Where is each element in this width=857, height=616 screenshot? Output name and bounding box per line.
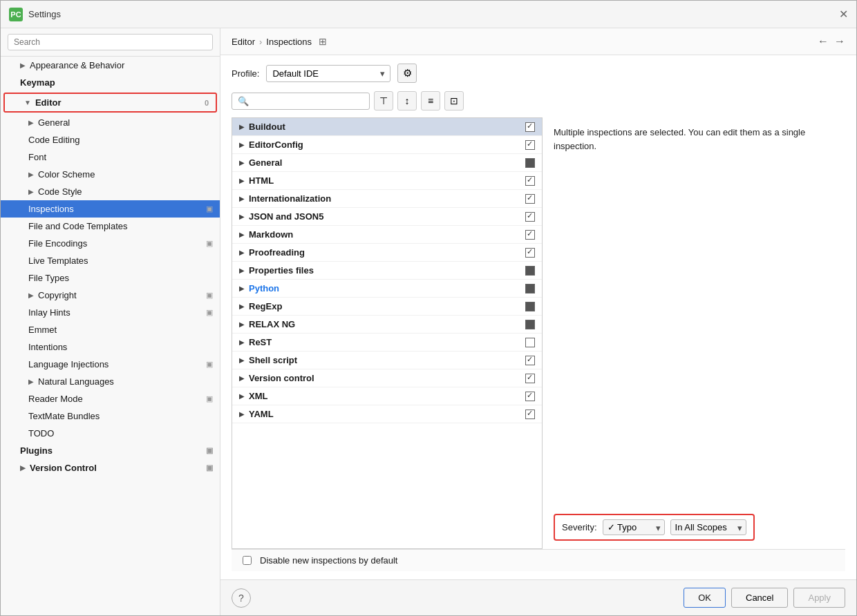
footer-buttons: OK Cancel Apply [684,588,845,608]
python-checkbox[interactable] [525,284,535,293]
chevron-right-icon: ▶ [239,123,245,131]
sidebar-item-file-encodings[interactable]: File Encodings ▣ [1,235,220,252]
sidebar-item-live-templates[interactable]: Live Templates [1,252,220,269]
disable-new-inspections-checkbox[interactable] [243,556,252,565]
inspection-row-buildout[interactable]: ▶ Buildout [232,118,542,136]
inspection-row-xml[interactable]: ▶ XML [232,387,542,405]
html-checkbox[interactable] [525,176,535,186]
forward-arrow[interactable]: → [834,35,845,48]
sidebar-item-natural-languages[interactable]: ▶ Natural Languages [1,373,220,390]
sidebar-item-label: Language Injections [28,359,203,369]
app-icon: PC [9,8,23,21]
help-button[interactable]: ? [232,588,251,608]
inspection-row-shell[interactable]: ▶ Shell script [232,352,542,369]
inspection-row-general[interactable]: ▶ General [232,154,542,172]
profile-select[interactable]: Default IDE Project Default [266,65,390,82]
chevron-right-icon: ▶ [239,410,245,418]
inspection-row-vcs[interactable]: ▶ Version control [232,369,542,387]
inspection-row-i18n[interactable]: ▶ Internationalization [232,190,542,208]
inspection-label: HTML [249,175,521,186]
sidebar-item-inlay-hints[interactable]: Inlay Hints ▣ [1,304,220,321]
inspection-label: Shell script [249,355,521,365]
scope-select[interactable]: In All Scopes In Tests Only [670,519,746,535]
inspection-search-input[interactable] [232,93,370,110]
copy-icon[interactable]: ⊞ [319,36,327,47]
yaml-checkbox[interactable] [525,410,535,419]
inspection-row-editorconfig[interactable]: ▶ EditorConfig [232,136,542,154]
sidebar-item-emmet[interactable]: Emmet [1,321,220,338]
sidebar-item-textmate-bundles[interactable]: TextMate Bundles [1,407,220,425]
expand-button[interactable]: ⊡ [444,91,464,110]
profile-label: Profile: [232,68,259,79]
sidebar-item-appearance[interactable]: ▶ Appearance & Behavior [1,57,220,74]
inspection-list: ▶ Buildout ▶ EditorConfig ▶ General [232,117,543,549]
sidebar-item-file-types[interactable]: File Types [1,269,220,287]
sidebar-item-label: File Encodings [28,238,203,249]
sidebar-item-code-style[interactable]: ▶ Code Style [1,183,220,200]
properties-checkbox[interactable] [525,266,535,276]
inspection-row-html[interactable]: ▶ HTML [232,172,542,190]
cancel-button[interactable]: Cancel [731,588,788,608]
apply-button[interactable]: Apply [793,588,845,608]
sort-button[interactable]: ↕ [397,91,417,110]
profile-select-wrap: Default IDE Project Default [266,65,390,82]
xml-checkbox[interactable] [525,392,535,401]
relaxng-checkbox[interactable] [525,320,535,329]
sidebar-search-input[interactable] [8,34,213,50]
inspection-row-yaml[interactable]: ▶ YAML [232,405,542,423]
severity-select[interactable]: ✓ Typo Warning Error Info [603,519,665,535]
markdown-checkbox[interactable] [525,230,535,240]
general-checkbox[interactable] [525,158,535,168]
sidebar-item-language-injections[interactable]: Language Injections ▣ [1,356,220,373]
buildout-checkbox[interactable] [525,122,535,132]
chevron-right-icon: ▶ [239,320,245,328]
sidebar-item-todo[interactable]: TODO [1,425,220,442]
sidebar-item-intentions[interactable]: Intentions [1,338,220,356]
inspection-row-regexp[interactable]: ▶ RegExp [232,298,542,316]
scope-select-wrap: In All Scopes In Tests Only [670,519,746,535]
sidebar-item-version-control[interactable]: ▶ Version Control ▣ [1,459,220,477]
sidebar-item-reader-mode[interactable]: Reader Mode ▣ [1,390,220,407]
close-button[interactable]: ✕ [839,8,848,21]
sidebar-item-inspections[interactable]: Inspections ▣ [1,200,220,218]
chevron-right-icon: ▶ [239,141,245,148]
ok-button[interactable]: OK [684,588,726,608]
back-arrow[interactable]: ← [818,35,829,48]
sidebar-item-editor[interactable]: ▼ Editor 0 [3,93,217,113]
sidebar-item-label: Emmet [28,325,213,335]
sidebar-item-copyright[interactable]: ▶ Copyright ▣ [1,287,220,304]
sidebar-item-file-code-templates[interactable]: File and Code Templates [1,218,220,235]
sidebar-item-general[interactable]: ▶ General [1,114,220,131]
sidebar-item-keymap[interactable]: Keymap [1,74,220,91]
severity-select-wrap: ✓ Typo Warning Error Info [603,519,665,535]
regexp-checkbox[interactable] [525,302,535,311]
inspection-row-proofreading[interactable]: ▶ Proofreading [232,244,542,262]
inspection-row-markdown[interactable]: ▶ Markdown [232,226,542,244]
sidebar-item-font[interactable]: Font [1,148,220,166]
content-area: ▶ Appearance & Behavior Keymap ▼ Editor … [1,28,856,615]
sidebar-item-color-scheme[interactable]: ▶ Color Scheme [1,166,220,183]
proofreading-checkbox[interactable] [525,248,535,258]
inspection-row-json[interactable]: ▶ JSON and JSON5 [232,208,542,226]
i18n-checkbox[interactable] [525,194,535,204]
filter-button[interactable]: ⊤ [374,91,393,110]
inspection-row-python[interactable]: ▶ Python [232,280,542,298]
rest-checkbox[interactable] [525,338,535,347]
editorconfig-checkbox[interactable] [525,140,535,150]
gear-button[interactable]: ⚙ [397,64,417,83]
severity-row: Severity: ✓ Typo Warning Error Info [554,514,755,541]
inspection-row-properties[interactable]: ▶ Properties files [232,262,542,280]
vcs-checkbox[interactable] [525,374,535,383]
main-body: Profile: Default IDE Project Default ⚙ ⊤… [220,55,856,579]
inspection-row-relaxng[interactable]: ▶ RELAX NG [232,316,542,334]
window-title: Settings [28,9,61,19]
json-checkbox[interactable] [525,212,535,222]
group-button[interactable]: ≡ [421,91,440,110]
inspection-row-rest[interactable]: ▶ ReST [232,334,542,352]
sidebar-item-label: Version Control [30,463,203,473]
sidebar-item-code-editing[interactable]: Code Editing [1,131,220,148]
sidebar-item-label: File and Code Templates [28,221,213,231]
shell-checkbox[interactable] [525,356,535,365]
sidebar-item-plugins[interactable]: Plugins ▣ [1,442,220,459]
vc-badge: ▣ [206,463,213,472]
